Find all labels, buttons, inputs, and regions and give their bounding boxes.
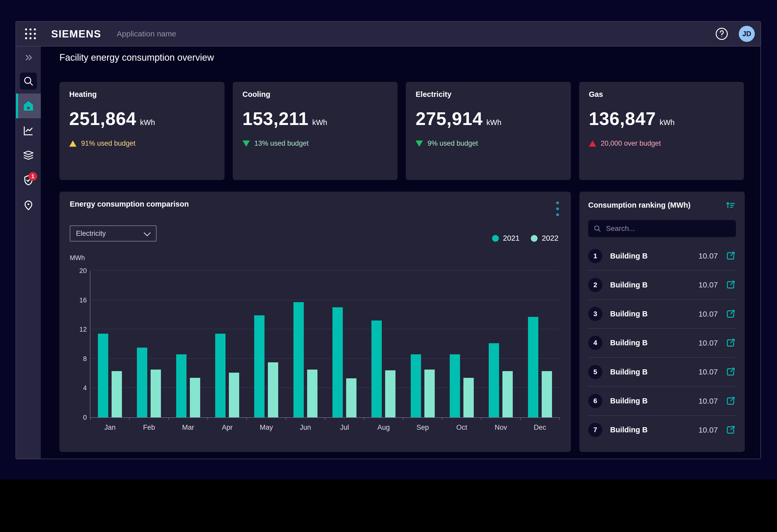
bar-2022-sep[interactable] bbox=[424, 370, 435, 417]
kpi-unit: kWh bbox=[486, 118, 502, 127]
bar-group-jan: Jan bbox=[90, 271, 129, 417]
external-link-icon[interactable] bbox=[725, 338, 736, 349]
options-kebab-icon[interactable] bbox=[555, 200, 561, 218]
sidebar-item-location-pin[interactable] bbox=[16, 193, 41, 218]
energy-type-dropdown[interactable]: Electricity bbox=[70, 226, 156, 242]
bar-group-sep: Sep bbox=[403, 271, 442, 417]
ranking-list: 1Building B10.072Building B10.073Buildin… bbox=[588, 242, 736, 444]
sidebar-item-shield-check[interactable]: 1 bbox=[16, 168, 41, 193]
line-chart-icon bbox=[22, 124, 35, 137]
bar-2022-feb[interactable] bbox=[150, 370, 161, 417]
ranking-row-7[interactable]: 7Building B10.07 bbox=[588, 416, 736, 444]
external-link-icon[interactable] bbox=[725, 396, 736, 406]
chart-title: Energy consumption comparison bbox=[70, 200, 189, 209]
bar-2021-jun[interactable] bbox=[294, 302, 304, 417]
bar-2022-may[interactable] bbox=[268, 362, 278, 417]
kpi-card-cooling: Cooling153,211kWh13% used budget bbox=[233, 82, 398, 180]
chart-legend: 20212022 bbox=[492, 234, 558, 243]
rank-number-badge: 1 bbox=[588, 249, 602, 263]
avatar[interactable]: JD bbox=[739, 26, 755, 42]
bar-2021-apr[interactable] bbox=[215, 334, 225, 417]
ranking-row-6[interactable]: 6Building B10.07 bbox=[588, 387, 736, 415]
bar-2021-may[interactable] bbox=[254, 315, 264, 417]
bar-group-apr: Apr bbox=[208, 271, 247, 417]
ranking-row-5[interactable]: 5Building B10.07 bbox=[588, 358, 736, 387]
bar-2021-mar[interactable] bbox=[176, 354, 187, 417]
bar-2022-apr[interactable] bbox=[229, 373, 239, 417]
building-name: Building B bbox=[610, 339, 648, 347]
x-axis-label: Jan bbox=[90, 423, 129, 431]
bar-2021-aug[interactable] bbox=[371, 320, 382, 417]
legend-item-2022[interactable]: 2022 bbox=[531, 234, 558, 243]
screenshot-stage: SIEMENS Application name JD 1 Facility e… bbox=[0, 0, 777, 532]
x-axis-tick bbox=[442, 417, 442, 420]
bar-2022-jan[interactable] bbox=[112, 371, 122, 417]
bar-2022-aug[interactable] bbox=[385, 370, 396, 417]
sidebar-item-layers[interactable] bbox=[16, 143, 41, 168]
bar-2021-sep[interactable] bbox=[411, 354, 421, 417]
bar-2022-jun[interactable] bbox=[307, 370, 318, 417]
external-link-icon[interactable] bbox=[725, 425, 736, 435]
search-input[interactable] bbox=[605, 224, 731, 233]
sidebar-item-search[interactable] bbox=[16, 69, 41, 94]
sidebar-item-home[interactable] bbox=[16, 94, 41, 118]
external-link-icon[interactable] bbox=[725, 367, 736, 377]
y-axis-tick-label: 4 bbox=[71, 384, 87, 392]
x-axis-label: May bbox=[247, 423, 286, 431]
bar-2022-mar[interactable] bbox=[190, 378, 200, 417]
building-name: Building B bbox=[610, 281, 648, 289]
bar-2022-dec[interactable] bbox=[542, 371, 552, 417]
kpi-status-label: 9% used budget bbox=[428, 139, 478, 147]
kpi-unit: kWh bbox=[660, 118, 675, 127]
sidebar-item-line-chart[interactable] bbox=[16, 118, 41, 143]
consumption-value: 10.07 bbox=[698, 368, 718, 376]
x-axis-tick bbox=[286, 417, 286, 420]
kpi-card-row: Heating251,864kWh91% used budgetCooling1… bbox=[60, 82, 744, 180]
ranking-row-2[interactable]: 2Building B10.07 bbox=[588, 271, 736, 299]
x-axis-tick bbox=[169, 417, 169, 420]
external-link-icon[interactable] bbox=[725, 309, 736, 319]
help-icon[interactable] bbox=[714, 27, 729, 41]
chevrons-right-icon bbox=[22, 52, 34, 63]
bar-group-oct: Oct bbox=[442, 271, 481, 417]
y-axis-tick-label: 20 bbox=[71, 267, 87, 275]
ranking-title: Consumption ranking (MWh) bbox=[588, 201, 690, 210]
app-launcher-icon[interactable] bbox=[25, 28, 36, 39]
bar-2022-nov[interactable] bbox=[503, 371, 513, 417]
bar-2021-jan[interactable] bbox=[98, 334, 108, 417]
layers-icon bbox=[22, 149, 35, 162]
bar-2021-dec[interactable] bbox=[528, 317, 538, 417]
kpi-card-electricity: Electricity275,914kWh9% used budget bbox=[406, 82, 571, 180]
sidebar-item-chevrons-right[interactable] bbox=[16, 46, 41, 69]
external-link-icon[interactable] bbox=[725, 251, 736, 261]
x-axis-label: Jun bbox=[286, 423, 325, 431]
legend-item-2021[interactable]: 2021 bbox=[492, 234, 520, 243]
consumption-value: 10.07 bbox=[698, 339, 718, 347]
search-icon bbox=[593, 224, 601, 233]
external-link-icon[interactable] bbox=[725, 279, 736, 290]
bar-2022-jul[interactable] bbox=[346, 378, 356, 417]
y-axis-tick-label: 16 bbox=[71, 296, 87, 304]
x-axis-tick bbox=[325, 417, 325, 420]
consumption-ranking-card: Consumption ranking (MWh) 1Building B10.… bbox=[579, 191, 745, 452]
bar-group-may: May bbox=[247, 271, 286, 417]
kpi-card-heating: Heating251,864kWh91% used budget bbox=[60, 82, 224, 180]
kpi-title: Electricity bbox=[416, 90, 561, 99]
bar-2022-oct[interactable] bbox=[463, 378, 474, 417]
bar-2021-feb[interactable] bbox=[137, 348, 147, 417]
ranking-row-3[interactable]: 3Building B10.07 bbox=[588, 300, 736, 329]
trend-down-triangle-icon bbox=[242, 140, 250, 147]
x-axis-tick bbox=[520, 417, 521, 420]
consumption-value: 10.07 bbox=[698, 310, 718, 318]
ranking-row-1[interactable]: 1Building B10.07 bbox=[588, 242, 736, 271]
legend-label: 2022 bbox=[542, 234, 558, 243]
plot-area: 048121620JanFebMarAprMayJunJulAugSepOctN… bbox=[90, 271, 559, 418]
bar-chart: MWh 048121620JanFebMarAprMayJunJulAugSep… bbox=[70, 256, 559, 441]
sort-icon[interactable] bbox=[725, 200, 736, 211]
bar-2021-oct[interactable] bbox=[450, 354, 460, 417]
main-content: Facility energy consumption overview Hea… bbox=[41, 46, 761, 459]
x-axis-label: Oct bbox=[442, 423, 481, 431]
bar-2021-nov[interactable] bbox=[489, 343, 499, 417]
bar-2021-jul[interactable] bbox=[332, 307, 343, 417]
ranking-row-4[interactable]: 4Building B10.07 bbox=[588, 329, 736, 358]
